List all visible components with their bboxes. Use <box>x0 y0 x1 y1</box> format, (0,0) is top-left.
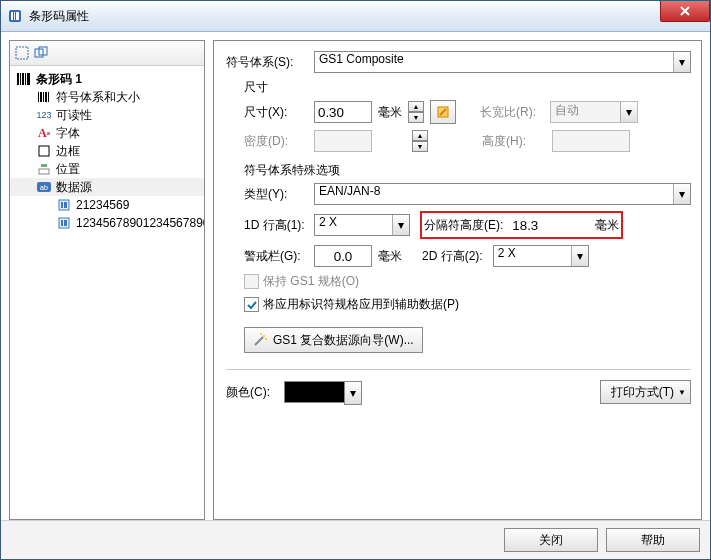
spinner-density: ▲▼ <box>412 130 428 152</box>
label-symbology: 符号体系(S): <box>226 54 314 71</box>
svg-rect-16 <box>48 92 49 102</box>
spinner-size[interactable]: ▲▼ <box>408 101 424 123</box>
section-special: 符号体系特殊选项 <box>244 162 691 179</box>
button-help[interactable]: 帮助 <box>606 528 700 552</box>
label-sep-height: 分隔符高度(E): <box>424 217 503 234</box>
select-2d-rowheight[interactable]: 2 X▾ <box>493 245 589 267</box>
svg-rect-17 <box>39 146 49 156</box>
svg-rect-1 <box>11 12 13 20</box>
label-height: 高度(H): <box>482 133 552 150</box>
select-type[interactable]: EAN/JAN-8▾ <box>314 183 691 205</box>
left-panel: 条形码 1 符号体系和大小 123可读性 Aa字体 边框 位置 ab数据源 21… <box>9 40 205 520</box>
section-size: 尺寸 <box>244 79 691 96</box>
svg-rect-15 <box>45 92 47 102</box>
chevron-down-icon: ▾ <box>344 381 362 405</box>
select-1d-rowheight[interactable]: 2 X▾ <box>314 214 410 236</box>
separator <box>226 369 691 370</box>
dialog-window: 条形码属性 条形码 1 符号体系和大小 123可读性 Aa字体 边框 位置 ab… <box>0 0 711 560</box>
svg-point-30 <box>260 333 262 335</box>
font-icon: Aa <box>36 125 52 141</box>
barcode-small-icon <box>36 89 52 105</box>
barcode-icon <box>16 71 32 87</box>
button-gs1-wizard[interactable]: GS1 复合数据源向导(W)... <box>244 327 423 353</box>
svg-point-31 <box>265 338 267 340</box>
input-height <box>552 130 630 152</box>
datasource-icon: ab <box>36 179 52 195</box>
svg-rect-7 <box>17 73 19 85</box>
svg-rect-10 <box>25 73 26 85</box>
tree-item-border[interactable]: 边框 <box>10 142 204 160</box>
label-keep-gs1: 保持 GS1 规格(O) <box>263 273 359 290</box>
label-apply-ai: 将应用标识符规格应用到辅助数据(P) <box>263 296 459 313</box>
label-ratio: 长宽比(R): <box>480 104 550 121</box>
tree-ds-child[interactable]: 21234569 <box>10 196 204 214</box>
titlebar: 条形码属性 <box>1 1 710 32</box>
tree-item-symbology[interactable]: 符号体系和大小 <box>10 88 204 106</box>
highlight-sep-height: 分隔符高度(E): 毫米 <box>420 211 623 239</box>
app-icon <box>7 8 23 24</box>
svg-rect-18 <box>41 164 47 167</box>
tree-item-font[interactable]: Aa字体 <box>10 124 204 142</box>
label-density: 密度(D): <box>244 133 314 150</box>
chevron-down-icon: ▾ <box>392 215 409 235</box>
unit-guard: 毫米 <box>378 248 402 265</box>
numbers-icon: 123 <box>36 107 52 123</box>
checkbox-keep-gs1 <box>244 274 259 289</box>
close-icon <box>680 6 690 16</box>
svg-rect-26 <box>61 220 63 226</box>
select-symbology[interactable]: GS1 Composite▾ <box>314 51 691 73</box>
tree[interactable]: 条形码 1 符号体系和大小 123可读性 Aa字体 边框 位置 ab数据源 21… <box>10 66 204 519</box>
svg-rect-27 <box>64 220 67 226</box>
checkbox-apply-ai[interactable] <box>244 297 259 312</box>
position-icon <box>36 161 52 177</box>
button-print-mode[interactable]: 打印方式(T)▼ <box>600 380 691 404</box>
left-toolbar <box>10 41 204 66</box>
tree-ds-child[interactable]: 12345678901234567890 <box>10 214 204 232</box>
chevron-down-icon: ▾ <box>571 246 588 266</box>
svg-rect-8 <box>20 73 21 85</box>
tree-item-position[interactable]: 位置 <box>10 160 204 178</box>
svg-rect-4 <box>16 47 28 59</box>
label-color: 颜色(C): <box>226 384 284 401</box>
right-panel: 符号体系(S): GS1 Composite▾ 尺寸 尺寸(X): 毫米 ▲▼ … <box>213 40 702 520</box>
svg-rect-24 <box>64 202 67 208</box>
close-button[interactable] <box>660 1 710 22</box>
label-1d-rowheight: 1D 行高(1): <box>244 217 314 234</box>
color-picker[interactable]: ▾ <box>284 381 346 403</box>
svg-rect-14 <box>43 92 44 102</box>
svg-rect-11 <box>27 73 30 85</box>
border-icon <box>36 143 52 159</box>
label-guard: 警戒栏(G): <box>244 248 314 265</box>
data-icon <box>56 215 72 231</box>
svg-rect-12 <box>38 92 39 102</box>
window-title: 条形码属性 <box>29 8 89 25</box>
dialog-footer: 关闭 帮助 <box>1 520 710 559</box>
svg-rect-2 <box>14 12 15 20</box>
tree-root[interactable]: 条形码 1 <box>10 70 204 88</box>
select-bounds-icon[interactable] <box>14 45 30 61</box>
wand-button[interactable] <box>430 100 456 124</box>
wand-icon <box>253 333 267 347</box>
label-type: 类型(Y): <box>244 186 314 203</box>
tree-item-readability[interactable]: 123可读性 <box>10 106 204 124</box>
unit-sep: 毫米 <box>595 217 619 234</box>
select-ratio: 自动▾ <box>550 101 638 123</box>
input-sep-height[interactable] <box>509 214 567 236</box>
svg-text:ab: ab <box>40 184 48 191</box>
data-icon <box>56 197 72 213</box>
chevron-down-icon: ▼ <box>678 388 686 397</box>
svg-point-29 <box>263 335 265 337</box>
input-guard[interactable] <box>314 245 372 267</box>
tree-item-datasource[interactable]: ab数据源 <box>10 178 204 196</box>
chevron-down-icon: ▾ <box>673 184 690 204</box>
button-close[interactable]: 关闭 <box>504 528 598 552</box>
label-size: 尺寸(X): <box>244 104 314 121</box>
input-density <box>314 130 372 152</box>
unit-size: 毫米 <box>378 104 402 121</box>
chevron-down-icon: ▾ <box>620 102 637 122</box>
chevron-down-icon: ▾ <box>673 52 690 72</box>
label-2d-rowheight: 2D 行高(2): <box>422 248 483 265</box>
select-multi-icon[interactable] <box>34 45 50 61</box>
input-size[interactable] <box>314 101 372 123</box>
svg-rect-13 <box>40 92 42 102</box>
